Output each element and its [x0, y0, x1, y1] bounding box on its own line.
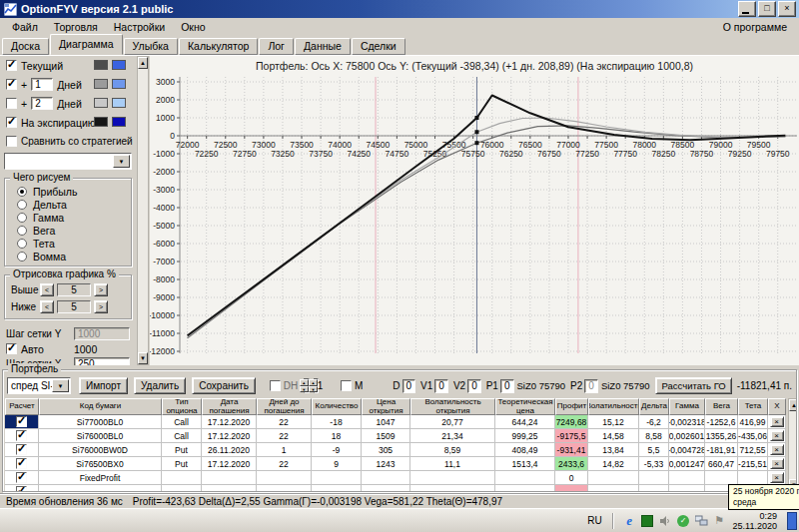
menu-file[interactable]: Файл — [4, 20, 46, 34]
draw-option-Вомма[interactable]: Вомма — [11, 250, 131, 263]
row-calc-checkbox[interactable] — [16, 486, 27, 492]
strategy-dropdown[interactable]: ▼ — [4, 153, 132, 170]
delete-row-button[interactable]: × — [770, 472, 784, 483]
p2-input[interactable]: 0 — [584, 379, 598, 393]
scroll-up-icon[interactable]: ▲ — [789, 399, 797, 411]
expiration-checkbox[interactable] — [6, 117, 17, 128]
spin-down-icon[interactable]: ▼ — [300, 386, 309, 393]
row-calc-checkbox[interactable] — [16, 430, 27, 441]
import-button[interactable]: Импорт — [79, 377, 128, 394]
plus1-color-swatch-2[interactable] — [112, 79, 126, 89]
row-select-cell[interactable] — [5, 457, 39, 471]
tab-Доска[interactable]: Доска — [2, 38, 49, 55]
save-button[interactable]: Сохранить — [192, 377, 256, 394]
plus2-checkbox[interactable] — [6, 98, 17, 109]
maximize-button[interactable]: □ — [758, 1, 776, 17]
row-select-cell[interactable] — [5, 485, 39, 492]
current-checkbox[interactable] — [6, 60, 17, 71]
row-select-cell[interactable] — [5, 415, 39, 429]
v2-input[interactable]: 0 — [467, 379, 481, 393]
radio-icon[interactable] — [17, 252, 27, 262]
radio-icon[interactable] — [17, 187, 27, 197]
chevron-down-icon[interactable]: ▼ — [52, 379, 69, 392]
scroll-up-icon[interactable]: ▲ — [138, 57, 148, 69]
radio-icon[interactable] — [17, 213, 27, 223]
plus2-color-swatch-2[interactable] — [112, 98, 126, 108]
row-calc-checkbox[interactable] — [16, 472, 27, 483]
expiration-color-swatch-1[interactable] — [94, 117, 108, 127]
tab-Калькулятор[interactable]: Калькулятор — [179, 38, 258, 55]
portfolio-preset-dropdown[interactable]: спред SI-2 ▼ — [7, 377, 71, 394]
plus1-color-swatch-1[interactable] — [94, 79, 108, 89]
close-button[interactable]: × — [778, 1, 796, 17]
auto-checkbox[interactable] — [6, 343, 17, 354]
calculate-margin-button[interactable]: Рассчитать ГО — [655, 377, 731, 394]
taskbar-clock[interactable]: 0:29 25.11.2020 — [731, 511, 783, 531]
shield-check-icon[interactable]: ✓ — [677, 514, 690, 527]
plus2-color-swatch-1[interactable] — [94, 98, 108, 108]
menu-settings[interactable]: Настройки — [106, 20, 174, 34]
delete-row-button[interactable]: × — [770, 444, 784, 455]
scroll-down-icon[interactable]: ▼ — [138, 352, 148, 364]
tab-Лог[interactable]: Лог — [259, 38, 294, 55]
minimize-button[interactable] — [738, 1, 756, 17]
expiration-color-swatch-2[interactable] — [112, 117, 126, 127]
delete-row-button[interactable]: × — [770, 430, 784, 441]
panel-scrollbar[interactable]: ▲ ▼ — [137, 56, 149, 365]
dh-checkbox[interactable] — [270, 380, 281, 391]
network-icon[interactable] — [695, 514, 708, 527]
menu-trading[interactable]: Торговля — [46, 20, 106, 34]
tab-Улыбка[interactable]: Улыбка — [124, 38, 178, 55]
delete-row-button[interactable]: × — [770, 458, 784, 469]
spin-down-icon[interactable]: ▼ — [309, 386, 318, 393]
d-input[interactable]: 0 — [402, 379, 416, 393]
delete-button[interactable]: Удалить — [134, 377, 186, 394]
v1-input[interactable]: 0 — [434, 379, 448, 393]
current-color-swatch-2[interactable] — [112, 60, 126, 70]
dh-label: DH — [284, 380, 298, 391]
grid-step-x-input[interactable]: 250 — [74, 357, 130, 365]
program-icon[interactable]: e — [623, 514, 636, 527]
radio-icon[interactable] — [17, 239, 27, 249]
range-above-increase-button[interactable]: > — [94, 283, 108, 296]
draw-option-Тета[interactable]: Тета — [11, 237, 131, 250]
tab-Диаграмма[interactable]: Диаграмма — [50, 34, 123, 55]
tab-Сделки[interactable]: Сделки — [352, 38, 405, 55]
draw-option-Гамма[interactable]: Гамма — [11, 211, 131, 224]
row-calc-checkbox[interactable] — [16, 444, 27, 455]
speaker-icon[interactable] — [659, 514, 672, 527]
plus2-days-input[interactable]: 2 — [31, 97, 53, 110]
row-calc-checkbox[interactable] — [16, 458, 27, 469]
plus1-days-input[interactable]: 1 — [31, 78, 53, 91]
range-above-decrease-button[interactable]: < — [40, 283, 54, 296]
grid-step-y-input[interactable]: 1000 — [74, 327, 130, 340]
row-calc-checkbox[interactable] — [16, 416, 27, 427]
language-indicator[interactable]: RU — [583, 515, 605, 526]
flag-icon[interactable]: ⚑ — [713, 514, 726, 527]
row-select-cell[interactable] — [5, 443, 39, 457]
show-desktop-icon[interactable] — [787, 512, 797, 530]
compare-strategy-checkbox[interactable] — [6, 136, 17, 147]
current-color-swatch-1[interactable] — [94, 60, 108, 70]
menu-window[interactable]: Окно — [173, 20, 213, 34]
draw-option-Дельта[interactable]: Дельта — [11, 198, 131, 211]
chevron-down-icon[interactable]: ▼ — [113, 155, 130, 168]
radio-icon[interactable] — [17, 226, 27, 236]
tab-Данные[interactable]: Данные — [295, 38, 351, 55]
m-checkbox[interactable] — [341, 380, 352, 391]
range-below-decrease-button[interactable]: < — [40, 300, 54, 313]
draw-option-label: Вомма — [33, 251, 66, 263]
delete-row-button[interactable]: × — [770, 416, 784, 427]
plus1-checkbox[interactable] — [6, 79, 17, 90]
range-below-increase-button[interactable]: > — [94, 300, 108, 313]
p1-input[interactable]: 0 — [500, 379, 514, 393]
menu-about[interactable]: О программе — [715, 20, 795, 34]
row-select-cell[interactable] — [5, 471, 39, 485]
green-square-icon[interactable] — [641, 514, 654, 527]
dh-spinner-2[interactable]: 1 ▲▼ — [314, 378, 319, 393]
row-select-cell[interactable] — [5, 429, 39, 443]
draw-option-Вега[interactable]: Вега — [11, 224, 131, 237]
draw-option-Прибыль[interactable]: Прибыль — [11, 185, 131, 198]
table-scrollbar[interactable]: ▲ ▼ — [788, 398, 797, 492]
radio-icon[interactable] — [17, 200, 27, 210]
